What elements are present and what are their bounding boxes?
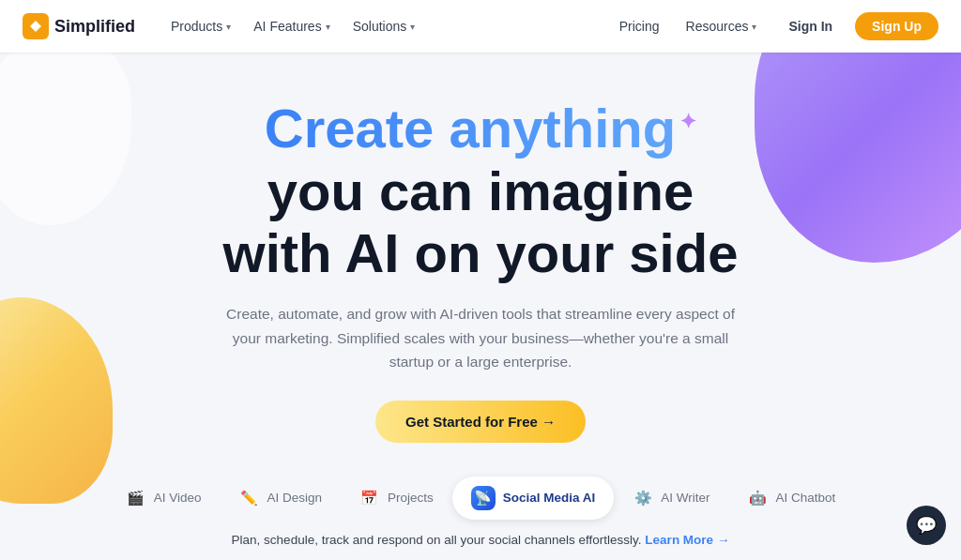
chevron-icon: ▾ [410, 22, 415, 32]
feature-tabs: 🎬 AI Video ✏️ AI Design 📅 Projects 📡 Soc… [0, 477, 961, 520]
chevron-icon: ▾ [326, 22, 330, 32]
signup-button[interactable]: Sign Up [855, 12, 938, 40]
projects-icon: 📅 [359, 488, 380, 508]
hero-section: Create anything✦ you can imagine with AI… [0, 53, 961, 443]
tab-ai-design[interactable]: ✏️ AI Design [220, 478, 341, 518]
social-icon: 📡 [471, 486, 496, 510]
tab-social-media-ai[interactable]: 📡 Social Media AI [452, 477, 615, 520]
signin-button[interactable]: Sign In [773, 12, 847, 40]
chevron-icon: ▾ [226, 22, 231, 32]
writer-icon: ⚙️ [633, 488, 653, 508]
brand-name: Simplified [54, 17, 135, 37]
nav-solutions[interactable]: Solutions ▾ [343, 13, 425, 39]
tab-ai-video[interactable]: 🎬 AI Video [107, 478, 221, 518]
chatbot-icon: 🤖 [748, 488, 769, 508]
nav-right: Pricing Resources ▾ Sign In Sign Up [610, 12, 938, 40]
logo-icon [23, 13, 49, 39]
design-icon: ✏️ [238, 488, 259, 508]
nav-pricing[interactable]: Pricing [610, 13, 669, 39]
navbar: Simplified Products ▾ AI Features ▾ Solu… [0, 0, 961, 53]
bottom-bar: Plan, schedule, track and respond on all… [0, 533, 961, 547]
chat-button[interactable]: 💬 [907, 506, 946, 545]
hero-subtitle: Create, automate, and grow with AI-drive… [218, 302, 743, 374]
tab-ai-chatbot[interactable]: 🤖 AI Chatbot [729, 478, 855, 518]
video-icon: 🎬 [126, 488, 146, 508]
tab-projects[interactable]: 📅 Projects [341, 478, 452, 518]
hero-title: Create anything✦ you can imagine with AI… [223, 98, 739, 285]
nav-products[interactable]: Products ▾ [161, 13, 240, 39]
nav-left: Products ▾ AI Features ▾ Solutions ▾ [161, 13, 610, 39]
chat-icon: 💬 [916, 515, 937, 536]
nav-resources[interactable]: Resources ▾ [677, 13, 767, 39]
logo[interactable]: Simplified [23, 13, 135, 39]
chevron-icon: ▾ [752, 22, 756, 32]
nav-ai-features[interactable]: AI Features ▾ [244, 13, 339, 39]
learn-more-link[interactable]: Learn More → [645, 533, 729, 547]
hero-title-highlight: Create anything [265, 98, 676, 159]
cta-button[interactable]: Get Started for Free → [375, 401, 586, 443]
tab-ai-writer[interactable]: ⚙️ AI Writer [614, 478, 728, 518]
sparkle-icon: ✦ [679, 110, 696, 133]
